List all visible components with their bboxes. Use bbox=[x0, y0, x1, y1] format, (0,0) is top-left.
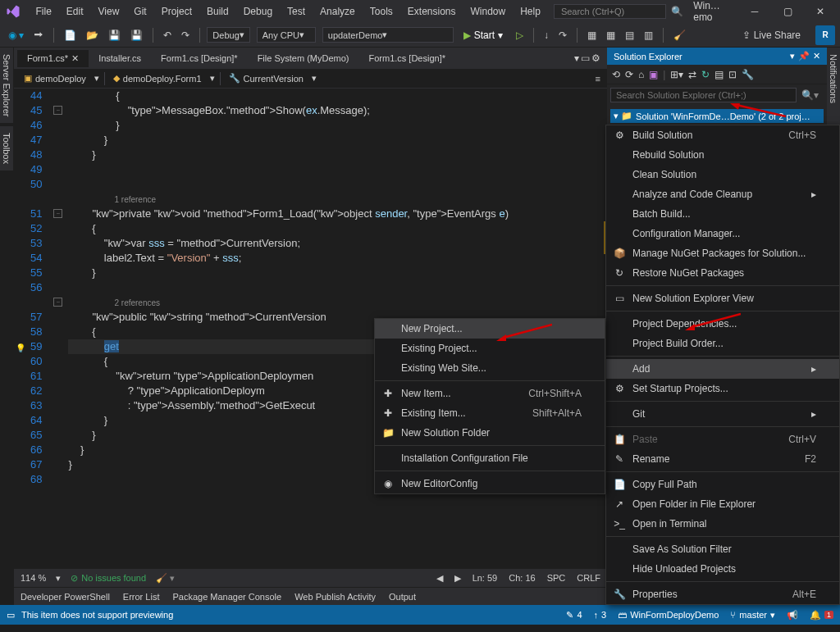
menu-debug[interactable]: Debug bbox=[237, 2, 279, 20]
solution-explorer-header[interactable]: Solution Explorer ▾ 📌 ✕ bbox=[607, 48, 827, 65]
document-tab[interactable]: Form1.cs [Design]* bbox=[151, 50, 248, 66]
panel-pin-icon[interactable]: 📌 bbox=[798, 51, 810, 61]
fwd-icon[interactable]: ⟳ bbox=[625, 69, 633, 80]
fold-toggle[interactable]: − bbox=[53, 298, 62, 307]
search-filter-icon[interactable]: 🔍▾ bbox=[797, 88, 824, 102]
eol-indicator[interactable]: CRLF bbox=[577, 573, 600, 584]
menu-item[interactable]: ✚Existing Item...Shift+Alt+A bbox=[375, 403, 605, 423]
tab-settings-icon[interactable]: ⚙ bbox=[591, 52, 600, 64]
start-debug-button[interactable]: ▶Start ▾ bbox=[457, 28, 509, 43]
uncomment-button[interactable]: ▦ bbox=[603, 28, 619, 43]
save-all-button[interactable]: 💾 bbox=[127, 28, 146, 43]
fold-toggle[interactable]: − bbox=[53, 209, 62, 218]
document-tab[interactable]: Installer.cs bbox=[89, 50, 151, 66]
profile-button[interactable]: R bbox=[815, 25, 835, 45]
panel-dropdown-icon[interactable]: ▾ bbox=[790, 51, 795, 61]
git-changes-count[interactable]: ✎ 4 bbox=[566, 610, 582, 621]
menu-item[interactable]: Save As Solution Filter bbox=[606, 539, 839, 559]
refresh-icon[interactable]: ↻ bbox=[701, 69, 710, 80]
maximize-button[interactable]: ▢ bbox=[771, 0, 804, 23]
switch-view-icon[interactable]: ▣ bbox=[649, 69, 658, 80]
new-file-button[interactable]: 📄 bbox=[61, 28, 80, 43]
scroll-right-icon[interactable]: ▶ bbox=[454, 573, 461, 584]
output-tab[interactable]: Output bbox=[389, 592, 416, 602]
menu-window[interactable]: Window bbox=[464, 2, 513, 20]
menu-item[interactable]: Hide Unloaded Projects bbox=[606, 559, 839, 579]
git-commits-count[interactable]: ↑ 3 bbox=[594, 610, 607, 620]
menu-tools[interactable]: Tools bbox=[363, 2, 399, 20]
menu-project[interactable]: Project bbox=[155, 2, 199, 20]
output-tab[interactable]: Web Publish Activity bbox=[294, 592, 376, 602]
menu-item[interactable]: ⚙Build SolutionCtrl+S bbox=[606, 125, 839, 145]
tab-dropdown-icon[interactable]: ▾ bbox=[574, 52, 579, 64]
output-tab[interactable]: Error List bbox=[123, 592, 160, 602]
nav-back-button[interactable]: ◉ ▾ bbox=[5, 28, 27, 43]
output-tab[interactable]: Package Manager Console bbox=[172, 592, 281, 602]
server-explorer-tab[interactable]: Server Explorer bbox=[0, 48, 14, 123]
menu-item[interactable]: 📄Copy Full Path bbox=[606, 475, 839, 494]
nav-fwd-button[interactable]: ⮕ bbox=[30, 28, 47, 43]
breadcrumb-member[interactable]: 🔧CurrentVersion bbox=[226, 71, 307, 85]
git-branch[interactable]: ⑂ master ▾ bbox=[730, 610, 775, 621]
menu-file[interactable]: File bbox=[29, 2, 57, 20]
solution-node[interactable]: ▾ 📁Solution 'WinFormDe…Demo' (2 of 2 pro… bbox=[610, 109, 824, 123]
document-tab[interactable]: Form1.cs* ✕ bbox=[17, 50, 89, 67]
breadcrumb-class[interactable]: ◆demoDeploy.Form1 bbox=[110, 71, 205, 85]
quick-search[interactable]: Search (Ctrl+Q) bbox=[554, 4, 666, 19]
step-over-button[interactable]: ↷ bbox=[555, 28, 570, 43]
document-tab[interactable]: File System (MyDemo) bbox=[248, 50, 359, 66]
open-file-button[interactable]: 📂 bbox=[83, 28, 102, 43]
sync-icon[interactable]: ⇄ bbox=[688, 69, 696, 80]
toolbox-tab[interactable]: Toolbox bbox=[0, 126, 14, 171]
menu-item[interactable]: ◉New EditorConfig bbox=[375, 474, 605, 493]
platform-dropdown[interactable]: Any CPU ▾ bbox=[257, 27, 316, 43]
menu-item[interactable]: Project Dependencies... bbox=[606, 314, 839, 334]
code-cleanup-button[interactable]: 🧹 bbox=[670, 28, 689, 43]
breadcrumb-project[interactable]: ▣demoDeploy bbox=[21, 71, 89, 85]
home-icon[interactable]: ⌂ bbox=[638, 69, 644, 80]
scroll-left-icon[interactable]: ◀ bbox=[436, 573, 443, 584]
solution-search-input[interactable] bbox=[610, 88, 797, 102]
menu-item[interactable]: Existing Project... bbox=[375, 339, 605, 358]
comment-button[interactable]: ▦ bbox=[584, 28, 600, 43]
menu-item[interactable]: 📦Manage NuGet Packages for Solution... bbox=[606, 243, 839, 263]
close-button[interactable]: ✕ bbox=[804, 0, 837, 23]
menu-item[interactable]: ↗Open Folder in File Explorer bbox=[606, 494, 839, 514]
menu-item[interactable]: Existing Web Site... bbox=[375, 358, 605, 378]
menu-item[interactable]: ✎RenameF2 bbox=[606, 449, 839, 469]
split-view-icon[interactable]: ≡ bbox=[596, 74, 600, 84]
tab-preview-icon[interactable]: ▭ bbox=[581, 52, 590, 64]
collapse-icon[interactable]: ▤ bbox=[714, 69, 724, 80]
indent-indicator[interactable]: SPC bbox=[547, 573, 566, 584]
menu-analyze[interactable]: Analyze bbox=[313, 2, 362, 20]
menu-item[interactable]: Installation Configuration File bbox=[375, 448, 605, 468]
menu-item[interactable]: Add▸ bbox=[606, 359, 839, 379]
filter-icon[interactable]: ⊞▾ bbox=[670, 69, 683, 80]
live-share-button[interactable]: ⇪ Live Share bbox=[736, 28, 807, 43]
menu-help[interactable]: Help bbox=[514, 2, 547, 20]
menu-item[interactable]: 🔧PropertiesAlt+E bbox=[606, 584, 839, 604]
git-repo[interactable]: 🗃 WinFormDeployDemo bbox=[618, 610, 719, 620]
menu-extensions[interactable]: Extensions bbox=[401, 2, 463, 20]
show-all-icon[interactable]: ⊡ bbox=[728, 69, 737, 80]
redo-button[interactable]: ↷ bbox=[178, 28, 193, 43]
menu-item[interactable]: Configuration Manager... bbox=[606, 224, 839, 243]
minimize-button[interactable]: ─ bbox=[738, 0, 771, 23]
menu-item[interactable]: ↻Restore NuGet Packages bbox=[606, 263, 839, 283]
undo-button[interactable]: ↶ bbox=[160, 28, 175, 43]
panel-close-icon[interactable]: ✕ bbox=[813, 51, 820, 61]
document-tab[interactable]: Form1.cs [Design]* bbox=[358, 50, 455, 66]
menu-git[interactable]: Git bbox=[127, 2, 153, 20]
feedback-icon[interactable]: 📢 bbox=[787, 610, 798, 621]
tab-close-icon[interactable]: ✕ bbox=[71, 53, 79, 64]
menu-item[interactable]: ⚙Set Startup Projects... bbox=[606, 379, 839, 398]
menu-edit[interactable]: Edit bbox=[60, 2, 90, 20]
menu-item[interactable]: 📁New Solution Folder bbox=[375, 423, 605, 443]
fold-toggle[interactable]: − bbox=[53, 106, 62, 115]
step-into-button[interactable]: ↓ bbox=[541, 28, 552, 43]
menu-item[interactable]: Git▸ bbox=[606, 404, 839, 424]
outdent-button[interactable]: ▥ bbox=[641, 28, 656, 43]
save-button[interactable]: 💾 bbox=[105, 28, 124, 43]
start-no-debug-button[interactable]: ▷ bbox=[513, 28, 527, 43]
output-tab[interactable]: Developer PowerShell bbox=[21, 592, 110, 602]
